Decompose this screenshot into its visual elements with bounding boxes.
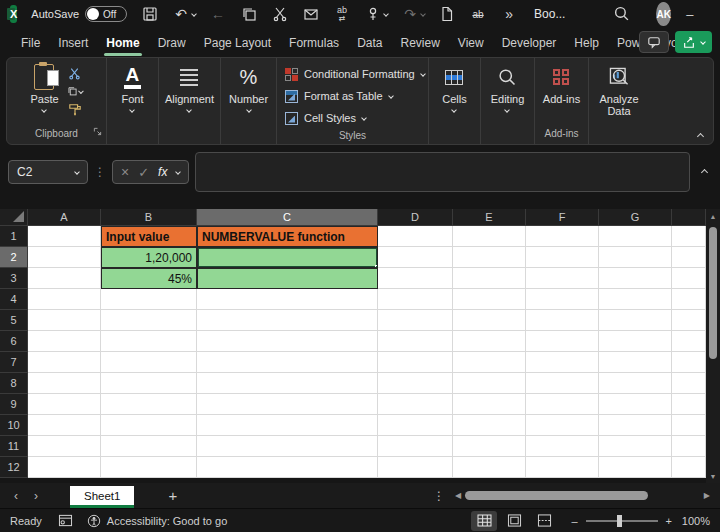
tab-page-layout[interactable]: Page Layout: [195, 31, 280, 55]
name-box[interactable]: C2: [8, 160, 88, 184]
cell-B8[interactable]: [101, 373, 197, 394]
cell-E12[interactable]: [453, 457, 526, 478]
cell-E11[interactable]: [453, 436, 526, 457]
search-icon[interactable]: [613, 5, 630, 24]
cell-A6[interactable]: [28, 331, 101, 352]
cell-C3[interactable]: [197, 268, 378, 289]
cell-C7[interactable]: [197, 352, 378, 373]
cell-G8[interactable]: [599, 373, 672, 394]
chevron-down-icon[interactable]: [191, 11, 197, 17]
cell-C2[interactable]: [197, 247, 378, 268]
autosave-control[interactable]: AutoSave Off: [31, 6, 127, 22]
cell-B9[interactable]: [101, 394, 197, 415]
cell-D2[interactable]: [378, 247, 453, 268]
cell-E2[interactable]: [453, 247, 526, 268]
cell-B2[interactable]: 1,20,000: [101, 247, 197, 268]
cell-G1[interactable]: [599, 226, 672, 247]
row-header-9[interactable]: 9: [0, 394, 28, 415]
cell-B10[interactable]: [101, 415, 197, 436]
cell-partial-6[interactable]: [672, 331, 706, 352]
tab-data[interactable]: Data: [348, 31, 391, 55]
cell-B4[interactable]: [101, 289, 197, 310]
cell-E10[interactable]: [453, 415, 526, 436]
copy-button[interactable]: [67, 84, 83, 98]
row-header-3[interactable]: 3: [0, 268, 28, 289]
sheet-options-icon[interactable]: ⋮: [433, 489, 445, 503]
maximize-button[interactable]: [709, 0, 720, 28]
cell-D4[interactable]: [378, 289, 453, 310]
cell-F12[interactable]: [526, 457, 599, 478]
cell-partial-3[interactable]: [672, 268, 706, 289]
row-header-1[interactable]: 1: [0, 226, 28, 247]
cell-C8[interactable]: [197, 373, 378, 394]
page-layout-view-button[interactable]: [501, 511, 527, 531]
scroll-left-icon[interactable]: ◀: [455, 491, 461, 500]
tab-review[interactable]: Review: [391, 31, 448, 55]
zoom-slider-thumb[interactable]: [617, 515, 622, 527]
row-header-8[interactable]: 8: [0, 373, 28, 394]
cell-F6[interactable]: [526, 331, 599, 352]
cell-A10[interactable]: [28, 415, 101, 436]
cell-E3[interactable]: [453, 268, 526, 289]
document-title[interactable]: Boo...: [534, 7, 565, 21]
cell-F10[interactable]: [526, 415, 599, 436]
cut-icon[interactable]: [271, 5, 289, 23]
cell-D7[interactable]: [378, 352, 453, 373]
zoom-in-icon[interactable]: +: [666, 515, 672, 527]
cell-partial-2[interactable]: [672, 247, 706, 268]
chevron-down-icon[interactable]: [383, 11, 389, 17]
column-header-partial[interactable]: [672, 209, 706, 226]
tab-help[interactable]: Help: [565, 31, 608, 55]
cell-A7[interactable]: [28, 352, 101, 373]
cell-partial-9[interactable]: [672, 394, 706, 415]
sheet-tab-sheet1[interactable]: Sheet1: [70, 486, 134, 508]
column-header-A[interactable]: A: [28, 209, 101, 226]
cut-button[interactable]: [67, 66, 83, 80]
tab-home[interactable]: Home: [97, 31, 148, 55]
cell-F7[interactable]: [526, 352, 599, 373]
scroll-up-icon[interactable]: ▲: [710, 209, 717, 223]
conditional-formatting-button[interactable]: Conditional Formatting: [285, 64, 428, 84]
row-header-11[interactable]: 11: [0, 436, 28, 457]
cell-D3[interactable]: [378, 268, 453, 289]
cell-C6[interactable]: [197, 331, 378, 352]
row-header-12[interactable]: 12: [0, 457, 28, 478]
share-button[interactable]: [675, 31, 712, 53]
cell-C12[interactable]: [197, 457, 378, 478]
cell-C4[interactable]: [197, 289, 378, 310]
cell-B12[interactable]: [101, 457, 197, 478]
cell-partial-8[interactable]: [672, 373, 706, 394]
cell-E9[interactable]: [453, 394, 526, 415]
cell-A5[interactable]: [28, 310, 101, 331]
horizontal-scrollbar[interactable]: ◀ ▶: [455, 487, 710, 504]
column-header-B[interactable]: B: [101, 209, 197, 226]
cell-E6[interactable]: [453, 331, 526, 352]
column-header-E[interactable]: E: [453, 209, 526, 226]
cell-C11[interactable]: [197, 436, 378, 457]
tab-developer[interactable]: Developer: [493, 31, 566, 55]
cancel-icon[interactable]: ×: [121, 164, 129, 180]
insert-function-icon[interactable]: fx: [158, 165, 167, 179]
cell-B5[interactable]: [101, 310, 197, 331]
format-painter-button[interactable]: [67, 102, 83, 116]
format-as-table-button[interactable]: Format as Table: [285, 86, 428, 106]
avatar[interactable]: AK: [656, 2, 670, 26]
replace-icon[interactable]: ab⇄: [333, 5, 351, 23]
cell-G4[interactable]: [599, 289, 672, 310]
column-header-F[interactable]: F: [526, 209, 599, 226]
cell-F9[interactable]: [526, 394, 599, 415]
normal-view-button[interactable]: [471, 511, 497, 531]
cell-E1[interactable]: [453, 226, 526, 247]
cell-E4[interactable]: [453, 289, 526, 310]
cell-C1[interactable]: NUMBERVALUE function: [197, 226, 378, 247]
cell-C10[interactable]: [197, 415, 378, 436]
cell-F11[interactable]: [526, 436, 599, 457]
select-all-corner[interactable]: [0, 209, 28, 226]
row-header-10[interactable]: 10: [0, 415, 28, 436]
row-header-4[interactable]: 4: [0, 289, 28, 310]
cell-C5[interactable]: [197, 310, 378, 331]
cell-A4[interactable]: [28, 289, 101, 310]
cell-G6[interactable]: [599, 331, 672, 352]
cell-partial-12[interactable]: [672, 457, 706, 478]
comments-button[interactable]: [639, 31, 669, 53]
